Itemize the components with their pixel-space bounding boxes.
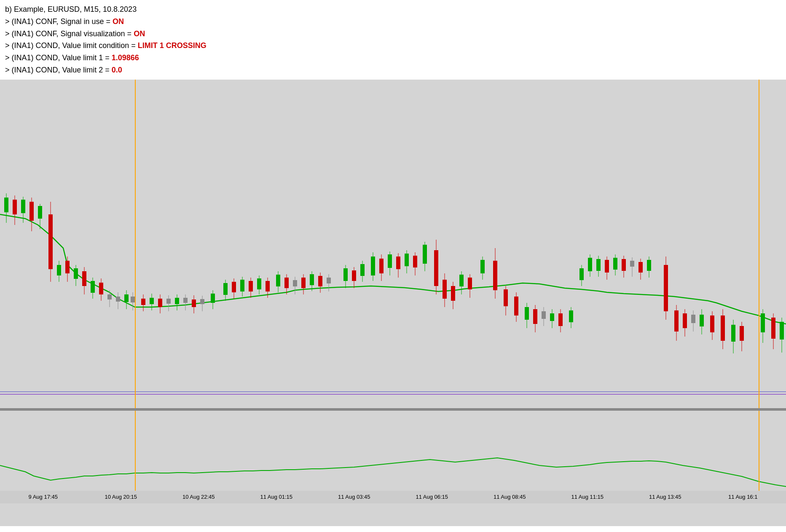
x-label-6: 11 Aug 08:45 (471, 494, 549, 500)
chart-main (0, 80, 786, 408)
info-line-3: > (INA1) CONF, Signal visualization = ON (5, 28, 781, 40)
svg-rect-169 (0, 411, 786, 491)
x-label-7: 11 Aug 11:15 (549, 494, 627, 500)
info-line-3-value: ON (134, 29, 145, 38)
svg-rect-142 (638, 262, 643, 273)
x-label-5: 11 Aug 06:15 (393, 494, 471, 500)
svg-rect-56 (240, 280, 244, 291)
info-line-2-prefix: > (INA1) CONF, Signal in use = (5, 17, 113, 26)
svg-rect-166 (771, 318, 775, 339)
svg-rect-74 (318, 276, 322, 286)
svg-rect-168 (780, 322, 784, 340)
svg-rect-30 (124, 294, 129, 302)
svg-rect-138 (622, 259, 626, 271)
svg-rect-88 (388, 254, 392, 268)
svg-rect-20 (82, 271, 86, 286)
info-line-6-value: 0.0 (112, 66, 122, 74)
svg-rect-154 (700, 315, 704, 326)
svg-rect-18 (74, 268, 78, 279)
svg-rect-130 (588, 258, 592, 271)
info-line-2: > (INA1) CONF, Signal in use = ON (5, 16, 781, 28)
svg-rect-122 (550, 313, 554, 321)
svg-rect-118 (533, 309, 537, 324)
svg-rect-84 (371, 257, 375, 275)
orange-vline-2-main (759, 80, 759, 408)
x-label-4: 11 Aug 03:45 (315, 494, 393, 500)
svg-rect-82 (360, 264, 365, 276)
svg-rect-36 (150, 298, 154, 304)
svg-rect-60 (257, 278, 261, 289)
svg-rect-54 (232, 282, 236, 292)
svg-rect-96 (423, 245, 427, 264)
svg-rect-62 (266, 281, 270, 291)
svg-rect-26 (107, 294, 112, 299)
svg-rect-134 (605, 260, 609, 273)
svg-rect-76 (327, 278, 331, 283)
svg-rect-48 (200, 299, 204, 304)
svg-rect-92 (405, 254, 409, 266)
x-label-0: 9 Aug 17:45 (4, 494, 82, 500)
x-axis-labels: 9 Aug 17:45 10 Aug 20:15 10 Aug 22:45 11… (0, 491, 786, 503)
x-label-3: 11 Aug 01:15 (238, 494, 316, 500)
svg-rect-136 (613, 258, 617, 270)
info-line-2-value: ON (113, 17, 124, 26)
purple-hline (0, 391, 786, 392)
svg-rect-12 (48, 214, 53, 269)
info-line-3-prefix: > (INA1) CONF, Signal visualization = (5, 29, 134, 38)
svg-rect-64 (276, 275, 280, 286)
svg-rect-24 (99, 283, 103, 294)
svg-rect-78 (343, 268, 348, 281)
svg-rect-0 (0, 80, 786, 408)
svg-rect-98 (434, 250, 438, 286)
svg-rect-100 (443, 280, 447, 299)
svg-rect-152 (691, 315, 695, 323)
svg-rect-106 (468, 278, 472, 289)
svg-rect-38 (158, 299, 162, 307)
orange-vline-1-main (135, 80, 136, 408)
svg-rect-4 (13, 200, 17, 214)
info-line-5-value: 1.09866 (112, 53, 139, 62)
svg-rect-42 (175, 298, 179, 304)
svg-rect-150 (683, 313, 687, 328)
svg-rect-116 (525, 307, 529, 320)
svg-rect-132 (596, 259, 601, 271)
svg-rect-8 (30, 202, 34, 221)
purple-hline-main (0, 394, 786, 395)
x-label-2: 10 Aug 22:45 (160, 494, 238, 500)
svg-rect-72 (310, 274, 314, 285)
chart-container: 9 Aug 17:45 10 Aug 20:15 10 Aug 22:45 11… (0, 80, 786, 526)
main-chart-svg (0, 80, 786, 408)
svg-rect-40 (166, 299, 171, 304)
sub-chart (0, 411, 786, 491)
x-label-1: 10 Aug 20:15 (82, 494, 160, 500)
svg-rect-164 (761, 313, 765, 332)
info-panel: b) Example, EURUSD, M15, 10.8.2023 > (IN… (0, 0, 786, 80)
svg-rect-66 (284, 278, 289, 288)
x-label-9: 11 Aug 16:1 (704, 494, 782, 500)
svg-rect-104 (459, 275, 464, 286)
svg-rect-108 (480, 260, 485, 273)
svg-rect-94 (413, 256, 417, 267)
svg-rect-58 (249, 281, 253, 291)
info-line-6: > (INA1) COND, Value limit 2 = 0.0 (5, 64, 781, 76)
svg-rect-16 (65, 261, 70, 273)
svg-rect-32 (131, 297, 135, 302)
svg-rect-148 (674, 310, 679, 331)
svg-rect-102 (451, 286, 455, 301)
svg-rect-90 (396, 257, 400, 269)
sub-chart-svg (0, 411, 786, 491)
svg-rect-128 (579, 268, 584, 280)
svg-rect-162 (740, 326, 744, 341)
svg-rect-68 (293, 280, 297, 286)
svg-rect-160 (731, 325, 735, 342)
svg-rect-70 (301, 278, 306, 288)
svg-rect-2 (4, 198, 8, 212)
svg-rect-112 (504, 289, 508, 306)
info-line-4-value: LIMIT 1 CROSSING (138, 41, 207, 50)
orange-vline-2-sub (759, 411, 759, 491)
x-label-8: 11 Aug 13:45 (626, 494, 704, 500)
svg-rect-144 (647, 260, 651, 271)
svg-rect-52 (223, 283, 228, 295)
info-line-4: > (INA1) COND, Value limit condition = L… (5, 40, 781, 52)
svg-rect-6 (21, 200, 25, 213)
